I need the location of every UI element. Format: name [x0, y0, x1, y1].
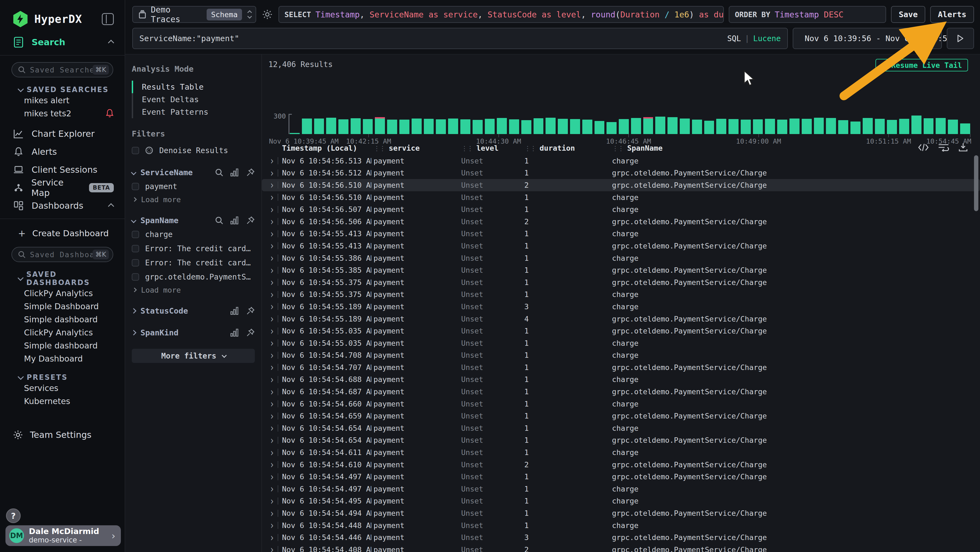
table-row[interactable]: ›Nov 6 10:54:54.611 AMpaymentUnset1charg…	[262, 446, 980, 459]
row-expander[interactable]: ›	[262, 289, 280, 301]
saved-dashboard-item[interactable]: My Dashboard	[0, 352, 125, 365]
chevron-right-icon[interactable]: ›	[269, 374, 274, 385]
chart-icon[interactable]	[230, 329, 239, 337]
row-expander[interactable]: ›	[262, 410, 280, 422]
table-row[interactable]: ›Nov 6 10:54:54.659 AMpaymentUnset1grpc.…	[262, 410, 980, 422]
help-button[interactable]: ?	[6, 508, 21, 523]
filter-group-header[interactable]: StatusCode	[132, 304, 255, 318]
table-row[interactable]: ›Nov 6 10:54:54.687 AMpaymentUnset1grpc.…	[262, 386, 980, 398]
chevron-right-icon[interactable]: ›	[269, 520, 274, 530]
time-range-picker[interactable]: Nov 6 10:39:56 - Nov 6 10:54:56	[793, 28, 942, 49]
presets-section[interactable]: PRESETS	[0, 373, 125, 381]
histogram-bar[interactable]	[326, 118, 336, 134]
row-expander[interactable]: ›	[262, 471, 280, 483]
table-row[interactable]: ›Nov 6 10:54:54.688 AMpaymentUnset1charg…	[262, 373, 980, 386]
alert-bell-icon[interactable]	[106, 109, 114, 118]
histogram-bar[interactable]	[412, 118, 422, 134]
row-expander[interactable]: ›	[262, 228, 280, 240]
histogram-bar[interactable]	[473, 120, 483, 134]
table-row[interactable]: ›Nov 6 10:54:54.708 AMpaymentUnset1charg…	[262, 349, 980, 362]
histogram-bar[interactable]	[387, 120, 397, 134]
histogram-bar[interactable]	[351, 118, 361, 134]
chevron-right-icon[interactable]: ›	[269, 289, 274, 300]
histogram-bar[interactable]	[680, 118, 690, 134]
saved-dashboard-item[interactable]: ClickPy Analytics	[0, 287, 125, 300]
checkbox[interactable]	[132, 273, 139, 281]
row-expander[interactable]: ›	[262, 203, 280, 215]
chevron-right-icon[interactable]: ›	[269, 326, 274, 336]
table-row[interactable]: ›Nov 6 10:54:56.507 AMpaymentUnset1charg…	[262, 203, 980, 215]
chevron-right-icon[interactable]: ›	[269, 241, 274, 251]
preset-item[interactable]: Kubernetes	[0, 394, 125, 408]
table-row[interactable]: ›Nov 6 10:54:54.610 AMpaymentUnset2grpc.…	[262, 459, 980, 471]
column-header[interactable]: ⋮⋮duration	[522, 144, 610, 152]
chevron-right-icon[interactable]: ›	[269, 423, 274, 434]
chevron-right-icon[interactable]: ›	[269, 387, 274, 397]
row-expander[interactable]: ›	[262, 264, 280, 276]
row-expander[interactable]: ›	[262, 155, 280, 167]
histogram-bar[interactable]	[924, 118, 934, 134]
histogram-bar[interactable]	[606, 122, 617, 134]
chevron-right-icon[interactable]: ›	[269, 338, 274, 348]
sidebar-collapse-icon[interactable]	[102, 13, 114, 25]
saved-search-item[interactable]: mikes alert	[0, 94, 125, 107]
filter-group-header[interactable]: SpanKind	[132, 326, 255, 340]
chevron-right-icon[interactable]: ›	[269, 362, 274, 373]
histogram-bar[interactable]	[582, 120, 592, 134]
histogram-bar[interactable]	[521, 120, 531, 134]
chevron-right-icon[interactable]: ›	[269, 532, 274, 543]
histogram-bar[interactable]	[777, 120, 787, 134]
table-row[interactable]: ›Nov 6 10:54:55.375 AMpaymentUnset1charg…	[262, 289, 980, 301]
row-expander[interactable]: ›	[262, 398, 280, 410]
row-expander[interactable]: ›	[262, 276, 280, 289]
row-expander[interactable]: ›	[262, 252, 280, 264]
source-settings-button[interactable]	[261, 6, 274, 23]
histogram-bar[interactable]	[448, 118, 458, 134]
table-row[interactable]: ›Nov 6 10:54:54.497 AMpaymentUnset1charg…	[262, 483, 980, 495]
row-expander[interactable]: ›	[262, 179, 280, 191]
table-row[interactable]: ›Nov 6 10:54:55.413 AMpaymentUnset1charg…	[262, 228, 980, 240]
save-button[interactable]: Save	[891, 6, 925, 23]
analysis-mode-option[interactable]: Results Table	[132, 81, 255, 93]
row-expander[interactable]: ›	[262, 349, 280, 362]
table-row[interactable]: ›Nov 6 10:54:56.510 AMpaymentUnset2grpc.…	[262, 179, 980, 191]
team-settings-button[interactable]: Team Settings	[0, 427, 125, 443]
filter-group-header[interactable]: SpanName	[132, 214, 255, 227]
chevron-right-icon[interactable]: ›	[269, 399, 274, 409]
saved-search-item[interactable]: mikes tets2	[0, 107, 125, 120]
source-select[interactable]: Demo Traces Schema	[132, 6, 256, 23]
table-row[interactable]: ›Nov 6 10:54:56.512 AMpaymentUnset1grpc.…	[262, 167, 980, 179]
histogram-bar[interactable]	[595, 121, 605, 134]
sidebar-item-alerts[interactable]: Alerts	[0, 143, 125, 161]
saved-dashboards-search[interactable]: Saved Dashboards ⌘K	[11, 247, 113, 262]
row-expander[interactable]: ›	[262, 240, 280, 252]
histogram-bar[interactable]	[899, 119, 909, 134]
row-expander[interactable]: ›	[262, 373, 280, 386]
row-expander[interactable]: ›	[262, 446, 280, 459]
table-row[interactable]: ›Nov 6 10:54:55.413 AMpaymentUnset1grpc.…	[262, 240, 980, 252]
table-row[interactable]: ›Nov 6 10:54:54.654 AMpaymentUnset1charg…	[262, 422, 980, 434]
table-row[interactable]: ›Nov 6 10:54:54.408 AMpaymentUnset2grpc.…	[262, 544, 980, 552]
histogram-bar[interactable]	[960, 123, 970, 134]
table-row[interactable]: ›Nov 6 10:54:55.035 AMpaymentUnset1charg…	[262, 337, 980, 349]
table-row[interactable]: ›Nov 6 10:54:54.707 AMpaymentUnset1grpc.…	[262, 361, 980, 373]
histogram-bar[interactable]	[375, 118, 385, 134]
checkbox[interactable]	[132, 183, 139, 190]
table-row[interactable]: ›Nov 6 10:54:55.385 AMpaymentUnset1grpc.…	[262, 264, 980, 276]
histogram-bar[interactable]	[631, 118, 641, 134]
saved-dashboards-section[interactable]: SAVED DASHBOARDS	[0, 270, 125, 287]
sidebar-item-service-map[interactable]: Service Map BETA	[0, 179, 125, 197]
chevron-right-icon[interactable]: ›	[269, 435, 274, 445]
histogram-bar[interactable]	[655, 116, 665, 134]
filter-checkbox-item[interactable]: payment	[132, 179, 255, 193]
row-expander[interactable]: ›	[262, 519, 280, 531]
table-row[interactable]: ›Nov 6 10:54:54.448 AMpaymentUnset1charg…	[262, 519, 980, 531]
row-expander[interactable]: ›	[262, 434, 280, 447]
chevron-right-icon[interactable]: ›	[269, 168, 274, 178]
row-expander[interactable]: ›	[262, 507, 280, 519]
filter-group-header[interactable]: ServiceName	[132, 166, 255, 179]
chevron-right-icon[interactable]: ›	[269, 314, 274, 324]
checkbox[interactable]	[132, 231, 139, 238]
scrollbar[interactable]	[974, 155, 978, 549]
run-query-button[interactable]	[947, 28, 974, 49]
